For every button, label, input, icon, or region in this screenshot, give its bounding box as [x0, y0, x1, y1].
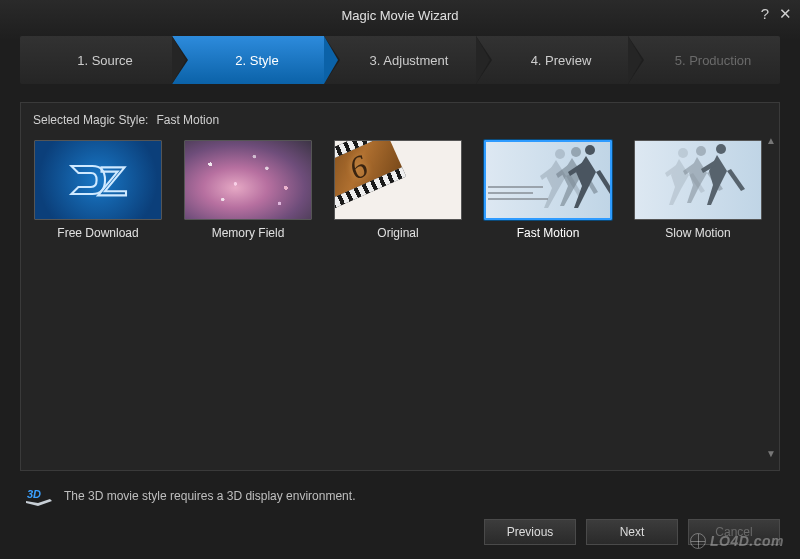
thumb-free-download — [34, 140, 162, 220]
close-icon[interactable]: ✕ — [779, 5, 792, 23]
footer-hint: 3D The 3D movie style requires a 3D disp… — [24, 485, 776, 507]
style-item-free-download[interactable]: Free Download — [34, 140, 162, 240]
style-label: Free Download — [57, 226, 138, 240]
svg-point-2 — [585, 145, 595, 155]
step-label: 1. Source — [77, 53, 133, 68]
next-button[interactable]: Next — [586, 519, 678, 545]
style-label: Memory Field — [212, 226, 285, 240]
help-icon[interactable]: ? — [761, 5, 769, 23]
style-item-memory-field[interactable]: Memory Field — [184, 140, 312, 240]
step-label: 4. Preview — [531, 53, 592, 68]
titlebar-controls: ? ✕ — [761, 5, 792, 23]
3d-glasses-icon: 3D — [24, 485, 54, 507]
selected-style-row: Selected Magic Style: Fast Motion — [33, 113, 767, 127]
step-style[interactable]: 2. Style — [172, 36, 324, 84]
watermark-text: LO4D.com — [710, 533, 784, 549]
step-label: 2. Style — [235, 53, 278, 68]
filmstrip-icon: 6 — [334, 140, 462, 220]
style-label: Original — [377, 226, 418, 240]
watermark: LO4D.com — [690, 533, 784, 549]
runner-icon — [556, 142, 612, 220]
style-panel: Selected Magic Style: Fast Motion Free D… — [20, 102, 780, 471]
style-grid: Free Download Memory Field 6 Original — [33, 139, 767, 241]
thumb-fast-motion — [484, 140, 612, 220]
selected-style-label: Selected Magic Style: — [33, 113, 148, 127]
selected-style-value: Fast Motion — [156, 113, 219, 127]
style-label: Slow Motion — [665, 226, 730, 240]
wizard-window: Magic Movie Wizard ? ✕ 1. Source 2. Styl… — [0, 0, 800, 559]
film-frame-number: 6 — [343, 147, 373, 187]
scrollbar-vertical[interactable]: ▲ ▼ — [765, 135, 777, 460]
thumb-slow-motion — [634, 140, 762, 220]
window-title: Magic Movie Wizard — [341, 8, 458, 23]
step-label: 3. Adjustment — [370, 53, 449, 68]
button-row: Previous Next Cancel — [0, 507, 800, 559]
globe-icon — [690, 533, 706, 549]
footer-hint-text: The 3D movie style requires a 3D display… — [64, 489, 355, 503]
thumb-memory-field — [184, 140, 312, 220]
style-item-slow-motion[interactable]: Slow Motion — [634, 140, 762, 240]
runner-icon — [689, 141, 749, 217]
step-label: 5. Production — [675, 53, 752, 68]
svg-text:3D: 3D — [27, 488, 41, 500]
dz-logo-icon — [63, 155, 133, 205]
scroll-up-icon[interactable]: ▲ — [765, 135, 777, 147]
step-preview[interactable]: 4. Preview — [476, 36, 628, 84]
step-source[interactable]: 1. Source — [20, 36, 172, 84]
scroll-down-icon[interactable]: ▼ — [765, 448, 777, 460]
previous-button[interactable]: Previous — [484, 519, 576, 545]
step-production: 5. Production — [628, 36, 780, 84]
titlebar: Magic Movie Wizard ? ✕ — [0, 0, 800, 30]
style-item-original[interactable]: 6 Original — [334, 140, 462, 240]
style-label: Fast Motion — [517, 226, 580, 240]
step-bar: 1. Source 2. Style 3. Adjustment 4. Prev… — [20, 36, 780, 84]
svg-point-5 — [716, 144, 726, 154]
style-item-fast-motion[interactable]: Fast Motion — [484, 140, 612, 240]
thumb-original: 6 — [334, 140, 462, 220]
step-adjustment[interactable]: 3. Adjustment — [324, 36, 476, 84]
